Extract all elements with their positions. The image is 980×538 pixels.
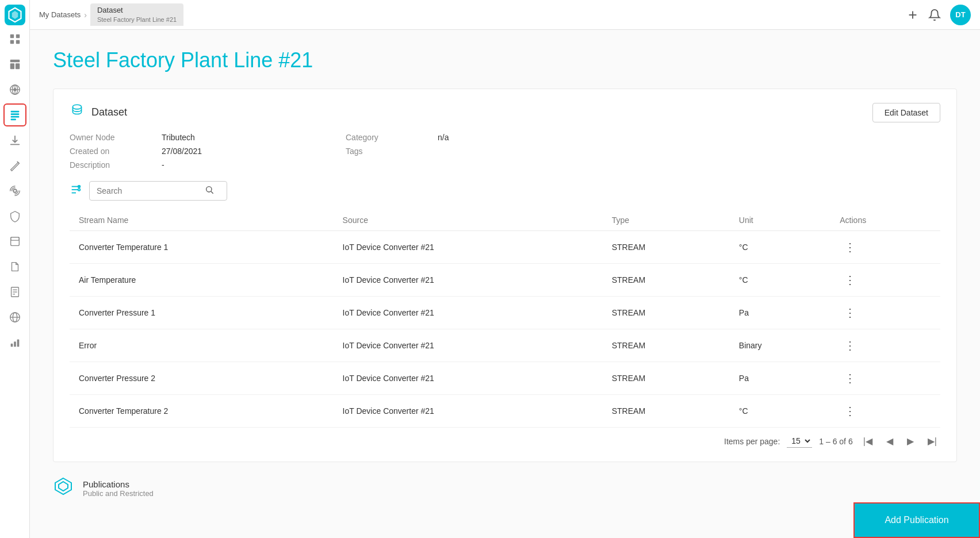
- col-type: Type: [603, 210, 730, 231]
- col-unit: Unit: [730, 210, 830, 231]
- row-actions-button[interactable]: ⋮: [840, 337, 860, 353]
- row-actions-button[interactable]: ⋮: [840, 370, 860, 386]
- cell-actions: ⋮: [830, 297, 940, 329]
- next-page-button[interactable]: ▶: [904, 435, 917, 448]
- sidebar-item-security[interactable]: [3, 205, 26, 228]
- col-stream-name: Stream Name: [70, 210, 334, 231]
- cell-type: STREAM: [603, 297, 730, 329]
- breadcrumb-current: Dataset Steel Factory Plant Line #21: [90, 3, 183, 26]
- svg-rect-7: [10, 63, 14, 69]
- cell-actions: ⋮: [830, 231, 940, 264]
- sidebar-item-globe[interactable]: [3, 306, 26, 329]
- row-actions-button[interactable]: ⋮: [840, 272, 860, 288]
- sidebar-item-network[interactable]: [3, 78, 26, 101]
- svg-rect-17: [10, 118, 16, 120]
- svg-rect-20: [10, 237, 19, 241]
- edit-dataset-button[interactable]: Edit Dataset: [872, 103, 940, 122]
- owner-node-label: Owner Node: [70, 133, 162, 142]
- cell-source: IoT Device Converter #21: [334, 231, 603, 264]
- cell-stream-name: Converter Temperature 1: [70, 231, 334, 264]
- breadcrumb-tab-title: Dataset: [97, 6, 177, 16]
- publications-section: Publications Public and Restricted: [53, 476, 957, 501]
- col-actions: Actions: [830, 210, 940, 231]
- items-per-page-select[interactable]: 15 25 50: [787, 435, 812, 448]
- description-label: Description: [70, 160, 162, 170]
- streams-table: Stream Name Source Type Unit Actions Con…: [70, 210, 940, 428]
- cell-type: STREAM: [603, 264, 730, 297]
- cell-unit: °C: [730, 231, 830, 264]
- page-title: Steel Factory Plant Line #21: [53, 48, 957, 72]
- sidebar-item-datasets[interactable]: [3, 103, 26, 126]
- svg-rect-2: [10, 34, 13, 38]
- sidebar-item-templates[interactable]: [3, 230, 26, 253]
- table-row: Converter Temperature 2 IoT Device Conve…: [70, 395, 940, 428]
- sidebar-item-analytics[interactable]: [3, 331, 26, 354]
- content-area: Steel Factory Plant Line #21 Dataset Edi…: [30, 30, 980, 538]
- table-row: Error IoT Device Converter #21 STREAM Bi…: [70, 329, 940, 362]
- row-actions-button[interactable]: ⋮: [840, 239, 860, 255]
- cell-unit: Pa: [730, 362, 830, 395]
- svg-rect-30: [17, 340, 19, 347]
- table-header-row: Stream Name Source Type Unit Actions: [70, 210, 940, 231]
- svg-marker-1: [12, 11, 18, 19]
- sidebar-item-downloads[interactable]: [3, 129, 26, 152]
- created-on-value: 27/08/2021: [162, 147, 346, 156]
- cell-unit: °C: [730, 395, 830, 428]
- cell-source: IoT Device Converter #21: [334, 297, 603, 329]
- publications-subtitle: Public and Restricted: [83, 489, 154, 498]
- svg-marker-40: [55, 478, 71, 494]
- sidebar-item-dashboard[interactable]: [3, 28, 26, 51]
- cell-type: STREAM: [603, 329, 730, 362]
- table-row: Converter Pressure 2 IoT Device Converte…: [70, 362, 940, 395]
- svg-marker-41: [59, 482, 68, 491]
- description-value: -: [162, 160, 346, 170]
- sidebar-item-layouts[interactable]: [3, 53, 26, 76]
- cell-source: IoT Device Converter #21: [334, 362, 603, 395]
- svg-point-37: [78, 189, 81, 191]
- notifications-button[interactable]: [928, 9, 941, 21]
- sidebar-item-sensors[interactable]: [3, 179, 26, 202]
- last-page-button[interactable]: ▶|: [924, 435, 940, 448]
- sidebar-item-editor[interactable]: [3, 154, 26, 177]
- add-publication-button[interactable]: Add Publication: [853, 502, 980, 538]
- topbar-right: DT: [906, 5, 971, 25]
- pagination: Items per page: 15 25 50 1 – 6 of 6 |◀ ◀…: [70, 435, 940, 448]
- cell-stream-name: Error: [70, 329, 334, 362]
- svg-rect-5: [16, 40, 19, 44]
- row-actions-button[interactable]: ⋮: [840, 305, 860, 321]
- cell-type: STREAM: [603, 362, 730, 395]
- dataset-meta: Owner Node Tributech Category n/a Create…: [70, 133, 940, 170]
- category-label: Category: [346, 133, 438, 142]
- row-actions-button[interactable]: ⋮: [840, 403, 860, 419]
- publications-title: Publications: [83, 479, 154, 489]
- tags-value: [438, 147, 940, 156]
- add-button[interactable]: [906, 9, 919, 21]
- cell-unit: Binary: [730, 329, 830, 362]
- table-row: Air Temperature IoT Device Converter #21…: [70, 264, 940, 297]
- cell-actions: ⋮: [830, 362, 940, 395]
- publications-icon: [53, 476, 74, 501]
- svg-rect-28: [10, 344, 13, 347]
- cell-source: IoT Device Converter #21: [334, 264, 603, 297]
- cell-actions: ⋮: [830, 395, 940, 428]
- user-avatar[interactable]: DT: [950, 5, 971, 25]
- sidebar: [0, 0, 30, 538]
- search-input-wrap: [89, 181, 227, 201]
- topbar: My Datasets › Dataset Steel Factory Plan…: [30, 0, 980, 30]
- table-row: Converter Temperature 1 IoT Device Conve…: [70, 231, 940, 264]
- breadcrumb-parent[interactable]: My Datasets: [39, 10, 81, 19]
- search-input[interactable]: [97, 186, 200, 195]
- breadcrumb-tab-sub: Steel Factory Plant Line #21: [97, 16, 177, 24]
- cell-stream-name: Converter Pressure 1: [70, 297, 334, 329]
- cell-source: IoT Device Converter #21: [334, 395, 603, 428]
- cell-actions: ⋮: [830, 329, 940, 362]
- svg-rect-29: [14, 341, 16, 347]
- first-page-button[interactable]: |◀: [860, 435, 876, 448]
- filter-icon[interactable]: [70, 183, 82, 199]
- sidebar-item-files[interactable]: [3, 255, 26, 278]
- owner-node-value: Tributech: [162, 133, 346, 142]
- sidebar-item-reports[interactable]: [3, 280, 26, 303]
- prev-page-button[interactable]: ◀: [883, 435, 897, 448]
- svg-rect-6: [10, 60, 20, 63]
- svg-rect-15: [10, 113, 19, 115]
